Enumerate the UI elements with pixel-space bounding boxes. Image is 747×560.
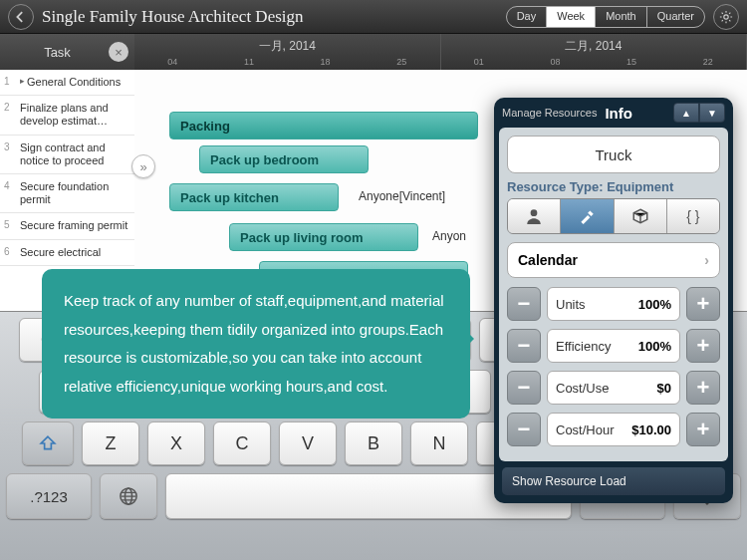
value-row: −Efficiency100%+ (507, 328, 720, 364)
minus-button[interactable]: − (507, 287, 541, 321)
task-row[interactable]: 3Sign contract and notice to proceed (0, 136, 134, 174)
next-resource-button[interactable]: ▼ (699, 103, 725, 123)
resource-name-field[interactable]: Truck (507, 136, 720, 173)
value-field[interactable]: Efficiency100% (547, 329, 680, 363)
value-row: −Units100%+ (507, 286, 720, 322)
top-bar: Single Family House Architect Design Day… (0, 0, 747, 34)
gantt-bar[interactable]: Packing (169, 112, 478, 140)
key[interactable]: Z (82, 421, 139, 465)
key[interactable]: N (410, 421, 468, 465)
expand-button[interactable]: » (131, 154, 155, 178)
resource-popover: Manage Resources Info ▲ ▼ Truck Resource… (494, 98, 733, 503)
plus-button[interactable]: + (686, 371, 720, 405)
view-segmented: Day Week Month Quarter (506, 6, 705, 28)
assignee-label: Anyone[Vincent] (359, 189, 445, 203)
numbers-key[interactable]: .?123 (6, 473, 92, 519)
value-field[interactable]: Cost/Hour$10.00 (547, 413, 680, 446)
resource-type-segmented: { } (507, 198, 720, 234)
page-title: Single Family House Architect Design (42, 7, 506, 27)
assignee-label: Anyon (432, 229, 466, 243)
value-row: −Cost/Use$0+ (507, 370, 720, 406)
popover-breadcrumb[interactable]: Manage Resources (502, 107, 597, 119)
minus-button[interactable]: − (507, 413, 541, 446)
task-row[interactable]: 4Secure foundation permit (0, 174, 134, 213)
back-button[interactable] (8, 4, 34, 30)
globe-key[interactable] (100, 473, 157, 519)
value-field[interactable]: Cost/Use$0 (547, 371, 680, 405)
close-icon[interactable]: × (109, 42, 128, 62)
show-resource-load-button[interactable]: Show Resource Load (502, 467, 725, 495)
view-week[interactable]: Week (547, 7, 596, 27)
calendar-label: Calendar (518, 252, 704, 268)
minus-button[interactable]: − (507, 371, 541, 405)
box-icon[interactable] (615, 199, 667, 233)
minus-button[interactable]: − (507, 329, 541, 363)
value-row: −Cost/Hour$10.00+ (507, 412, 720, 447)
plus-button[interactable]: + (686, 329, 720, 363)
gantt-bar[interactable]: Pack up bedroom (199, 145, 369, 173)
braces-icon[interactable]: { } (667, 199, 719, 233)
key[interactable]: B (345, 421, 402, 465)
chevron-right-icon: › (704, 252, 709, 268)
calendar-row[interactable]: Calendar › (507, 242, 720, 278)
person-icon[interactable] (508, 199, 561, 233)
help-tooltip: Keep track of any number of staff,equipm… (42, 269, 470, 419)
task-row[interactable]: 6Secure electrical (0, 240, 134, 266)
task-row[interactable]: 1▸General Conditions (0, 70, 134, 96)
settings-button[interactable] (713, 4, 739, 30)
gantt-bar[interactable]: Pack up living room (229, 223, 418, 251)
svg-point-0 (724, 14, 728, 18)
key[interactable]: V (279, 421, 337, 465)
task-row[interactable]: 2Finalize plans and develop estimat… (0, 96, 134, 135)
resource-type-label: Resource Type: Equipment (507, 179, 720, 194)
shift-key[interactable] (22, 421, 74, 465)
plus-button[interactable]: + (686, 287, 720, 321)
value-field[interactable]: Units100% (547, 287, 680, 321)
task-row[interactable]: 5Secure framing permit (0, 213, 134, 239)
prev-resource-button[interactable]: ▲ (673, 103, 699, 123)
view-quarter[interactable]: Quarter (647, 7, 704, 27)
svg-point-1 (531, 209, 538, 216)
gantt-bar[interactable]: Pack up kitchen (169, 183, 339, 211)
view-day[interactable]: Day (507, 7, 548, 27)
key[interactable]: C (213, 421, 271, 465)
plus-button[interactable]: + (686, 413, 720, 446)
task-header: Task (6, 45, 109, 60)
popover-tab: Info (605, 105, 632, 122)
view-month[interactable]: Month (596, 7, 647, 27)
key[interactable]: X (147, 421, 205, 465)
hammer-icon[interactable] (561, 199, 614, 233)
